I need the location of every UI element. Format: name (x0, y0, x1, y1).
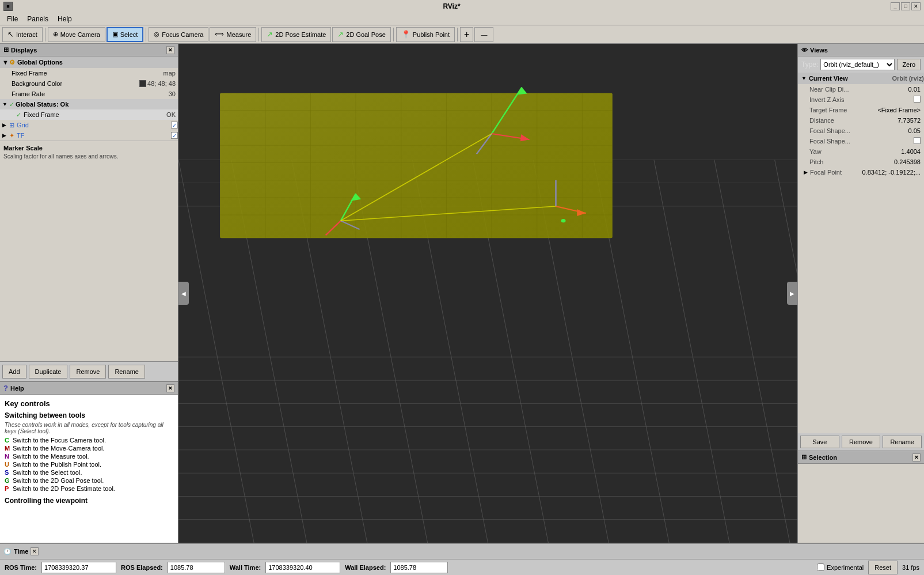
selection-title: Selection (809, 454, 837, 461)
tf-label: TF (17, 132, 171, 139)
views-save-button[interactable]: Save (800, 436, 839, 448)
cv-invertz-row[interactable]: Invert Z Axis (798, 94, 924, 105)
tf-row[interactable]: ▶ ✦ TF ✓ (0, 130, 178, 141)
add-tool[interactable]: + (460, 27, 473, 42)
displays-icon: ⊞ (3, 46, 9, 54)
left-panel: ⊞ Displays ✕ ▼ ⚙ Global Options Fixed Fr… (0, 44, 178, 543)
wall-elapsed-input[interactable] (390, 562, 448, 573)
help-title: Help (10, 385, 24, 392)
cv-focalpoint-label: Focal Point (810, 169, 862, 176)
minimize-button[interactable]: _ (891, 2, 900, 10)
interact-tool[interactable]: ↖ Interact (2, 27, 43, 42)
move-camera-tool[interactable]: ⊕ Move Camera (48, 27, 105, 42)
fixed-frame-row[interactable]: Fixed Frame map (0, 68, 178, 78)
2d-goal-tool[interactable]: ↗ 2D Goal Pose (332, 27, 390, 42)
cv-focalpoint-value: 0.83412; -0.19122;... (862, 169, 921, 176)
rename-button[interactable]: Rename (108, 365, 145, 379)
reset-button[interactable]: Reset (868, 561, 898, 574)
pose-icon: ↗ (267, 30, 273, 39)
key-p-desc: Switch to the 2D Pose Estimate tool. (13, 485, 115, 492)
select-tool[interactable]: ▣ Select (107, 27, 144, 42)
add-button[interactable]: Add (2, 365, 26, 379)
duplicate-button[interactable]: Duplicate (29, 365, 68, 379)
cv-nearclip-row[interactable]: Near Clip Di... 0.01 (798, 84, 924, 94)
marker-scale-section: Marker Scale Scaling factor for all name… (0, 141, 178, 164)
left-collapse-arrow[interactable]: ◀ (178, 282, 189, 305)
cv-yaw-row[interactable]: Yaw 1.4004 (798, 146, 924, 157)
cv-distance-row[interactable]: Distance 7.73572 (798, 115, 924, 126)
focus-camera-tool[interactable]: ◎ Focus Camera (149, 27, 208, 42)
measure-tool[interactable]: ⟺ Measure (210, 27, 256, 42)
displays-close[interactable]: ✕ (166, 46, 174, 54)
wall-time-input[interactable] (265, 562, 340, 573)
help-close[interactable]: ✕ (166, 384, 174, 392)
remove-button[interactable]: Remove (70, 365, 106, 379)
displays-title: Displays (11, 47, 37, 54)
views-type-row: Type: Orbit (rviz_default_) Zero (798, 56, 924, 73)
cv-focalshape2-row[interactable]: Focal Shape... (798, 136, 924, 146)
close-button[interactable]: ✕ (911, 2, 921, 10)
frame-rate-row[interactable]: Frame Rate 30 (0, 89, 178, 99)
current-view-header[interactable]: ▼ Current View Orbit (rviz) (798, 73, 924, 84)
displays-buttons: Add Duplicate Remove Rename (0, 361, 178, 381)
menu-help[interactable]: Help (53, 14, 77, 24)
grid-row[interactable]: ▶ ⊞ Grid ✓ (0, 120, 178, 130)
key-u-desc: Switch to the Publish Point tool. (13, 461, 101, 468)
grid-checkbox[interactable]: ✓ (171, 122, 178, 128)
frame-rate-label: Frame Rate (12, 90, 169, 97)
right-collapse-arrow[interactable]: ▶ (787, 282, 797, 305)
current-view-label: Current View (809, 75, 848, 82)
time-close[interactable]: ✕ (31, 547, 39, 555)
cv-pitch-row[interactable]: Pitch 0.245398 (798, 157, 924, 167)
cv-focalshape2-label: Focal Shape... (809, 138, 914, 145)
focus-icon: ◎ (154, 31, 159, 38)
maximize-button[interactable]: □ (901, 2, 910, 10)
cv-nearclip-label: Near Clip Di... (809, 86, 908, 93)
views-type-select[interactable]: Orbit (rviz_default_) (820, 59, 895, 70)
global-status-label: Global Status: Ok (16, 101, 69, 108)
ros-time-input[interactable] (41, 562, 116, 573)
experimental-checkbox[interactable] (817, 563, 824, 571)
switching-note: These controls work in all modes, except… (5, 422, 173, 434)
zero-button[interactable]: Zero (897, 59, 921, 70)
bg-color-swatch (139, 80, 146, 87)
cv-focalpoint-row[interactable]: ▶ Focal Point 0.83412; -0.19122;... (798, 167, 924, 177)
marker-scale-desc: Scaling factor for all names axes and ar… (3, 153, 174, 161)
cv-distance-label: Distance (809, 117, 898, 124)
viewport[interactable]: ▶ (178, 44, 797, 543)
ros-elapsed-input[interactable] (168, 562, 225, 573)
cv-focalshape1-label: Focal Shape... (809, 127, 908, 134)
key-m: M (5, 445, 10, 452)
experimental-label: Experimental (827, 564, 864, 571)
publish-point-tool[interactable]: 📍 Publish Point (396, 27, 455, 42)
menu-panels[interactable]: Panels (22, 14, 53, 24)
menubar: File Panels Help (0, 13, 924, 25)
global-options-label: Global Options (17, 59, 63, 66)
menu-file[interactable]: File (2, 14, 22, 24)
2d-pose-tool[interactable]: ↗ 2D Pose Estimate (261, 27, 331, 42)
status-check-icon: ✓ (9, 101, 14, 108)
cv-focalshape1-row[interactable]: Focal Shape... 0.05 (798, 126, 924, 136)
3d-scene[interactable] (178, 44, 797, 543)
toolbar-sep-1 (45, 28, 45, 41)
type-label: Type: (801, 60, 818, 69)
help-header: ? Help ✕ (0, 382, 178, 395)
status-fixed-frame-row[interactable]: ✓ Fixed Frame OK (0, 109, 178, 120)
ros-time-label: ROS Time: (5, 564, 37, 571)
key-c-desc: Switch to the Focus Camera tool. (13, 437, 106, 444)
minus-tool[interactable]: — (474, 27, 493, 42)
global-status-row[interactable]: ▼ ✓ Global Status: Ok (0, 99, 178, 109)
bg-color-row[interactable]: Background Color 48; 48; 48 (0, 78, 178, 89)
views-rename-button[interactable]: Rename (883, 436, 922, 448)
selection-close[interactable]: ✕ (912, 453, 921, 461)
time-header: 🕐 Time (3, 548, 28, 555)
ros-elapsed-label: ROS Elapsed: (121, 564, 163, 571)
interact-icon: ↖ (7, 30, 14, 39)
tf-checkbox[interactable]: ✓ (171, 132, 178, 139)
views-remove-button[interactable]: Remove (842, 436, 881, 448)
toolbar: ↖ Interact ⊕ Move Camera ▣ Select ◎ Focu… (0, 25, 924, 44)
global-options-header[interactable]: ▼ ⚙ Global Options (0, 56, 178, 68)
cv-yaw-value: 1.4004 (901, 148, 921, 155)
help-icon: ? (3, 384, 8, 392)
cv-targetframe-row[interactable]: Target Frame <Fixed Frame> (798, 105, 924, 115)
